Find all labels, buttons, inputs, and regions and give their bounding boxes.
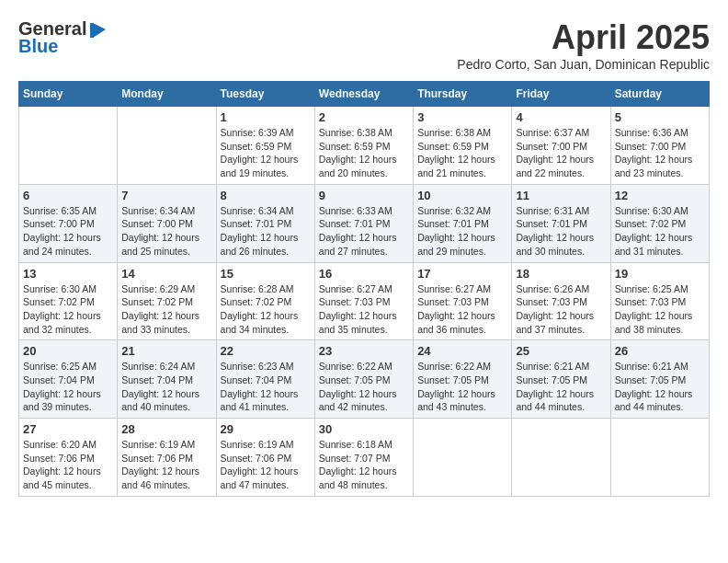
day-info: Sunrise: 6:24 AM Sunset: 7:04 PM Dayligh… xyxy=(121,360,211,414)
day-info: Sunrise: 6:22 AM Sunset: 7:05 PM Dayligh… xyxy=(319,360,409,414)
logo-blue-text: Blue xyxy=(18,36,58,57)
day-number: 30 xyxy=(319,422,409,436)
day-info: Sunrise: 6:37 AM Sunset: 7:00 PM Dayligh… xyxy=(516,126,606,180)
day-info: Sunrise: 6:19 AM Sunset: 7:06 PM Dayligh… xyxy=(121,438,211,492)
month-title: April 2025 xyxy=(457,18,710,57)
calendar-cell: 13Sunrise: 6:30 AM Sunset: 7:02 PM Dayli… xyxy=(19,262,118,340)
weekday-header: Sunday xyxy=(19,82,118,107)
weekday-header: Thursday xyxy=(414,82,512,107)
day-info: Sunrise: 6:34 AM Sunset: 7:01 PM Dayligh… xyxy=(221,204,311,259)
calendar-cell: 11Sunrise: 6:31 AM Sunset: 7:01 PM Dayli… xyxy=(512,184,610,262)
day-info: Sunrise: 6:35 AM Sunset: 7:00 PM Dayligh… xyxy=(23,204,113,259)
calendar-cell: 27Sunrise: 6:20 AM Sunset: 7:06 PM Dayli… xyxy=(19,419,118,497)
day-number: 2 xyxy=(319,110,409,124)
day-info: Sunrise: 6:33 AM Sunset: 7:01 PM Dayligh… xyxy=(319,204,409,259)
day-info: Sunrise: 6:20 AM Sunset: 7:06 PM Dayligh… xyxy=(23,438,113,492)
day-number: 27 xyxy=(23,422,113,436)
calendar-cell: 17Sunrise: 6:27 AM Sunset: 7:03 PM Dayli… xyxy=(414,262,512,340)
day-info: Sunrise: 6:26 AM Sunset: 7:03 PM Dayligh… xyxy=(516,282,606,337)
day-number: 10 xyxy=(417,189,507,202)
page-header: General Blue April 2025 Pedro Corto, San… xyxy=(18,18,710,72)
day-info: Sunrise: 6:27 AM Sunset: 7:03 PM Dayligh… xyxy=(417,282,507,337)
calendar-cell: 20Sunrise: 6:25 AM Sunset: 7:04 PM Dayli… xyxy=(19,340,118,419)
calendar-week-row: 27Sunrise: 6:20 AM Sunset: 7:06 PM Dayli… xyxy=(19,419,710,497)
calendar-cell: 18Sunrise: 6:26 AM Sunset: 7:03 PM Dayli… xyxy=(512,262,610,340)
calendar-cell xyxy=(118,107,216,185)
calendar-cell: 26Sunrise: 6:21 AM Sunset: 7:05 PM Dayli… xyxy=(610,340,709,419)
weekday-header-row: SundayMondayTuesdayWednesdayThursdayFrid… xyxy=(19,82,710,107)
calendar-table: SundayMondayTuesdayWednesdayThursdayFrid… xyxy=(18,81,710,497)
day-info: Sunrise: 6:22 AM Sunset: 7:05 PM Dayligh… xyxy=(417,360,507,414)
day-number: 26 xyxy=(615,344,705,358)
svg-marker-0 xyxy=(93,23,106,38)
location-subtitle: Pedro Corto, San Juan, Dominican Republi… xyxy=(457,57,710,72)
day-info: Sunrise: 6:25 AM Sunset: 7:03 PM Dayligh… xyxy=(615,282,705,337)
calendar-cell: 28Sunrise: 6:19 AM Sunset: 7:06 PM Dayli… xyxy=(118,419,216,497)
day-number: 5 xyxy=(615,110,705,124)
day-number: 21 xyxy=(121,344,211,358)
calendar-week-row: 20Sunrise: 6:25 AM Sunset: 7:04 PM Dayli… xyxy=(19,340,710,419)
weekday-header: Tuesday xyxy=(216,82,314,107)
calendar-cell: 9Sunrise: 6:33 AM Sunset: 7:01 PM Daylig… xyxy=(314,184,413,262)
calendar-cell: 7Sunrise: 6:34 AM Sunset: 7:00 PM Daylig… xyxy=(118,184,216,262)
day-info: Sunrise: 6:29 AM Sunset: 7:02 PM Dayligh… xyxy=(121,282,211,337)
day-number: 7 xyxy=(121,189,211,202)
calendar-week-row: 1Sunrise: 6:39 AM Sunset: 6:59 PM Daylig… xyxy=(19,107,710,185)
calendar-cell: 1Sunrise: 6:39 AM Sunset: 6:59 PM Daylig… xyxy=(216,107,314,185)
calendar-cell: 8Sunrise: 6:34 AM Sunset: 7:01 PM Daylig… xyxy=(216,184,314,262)
calendar-cell: 15Sunrise: 6:28 AM Sunset: 7:02 PM Dayli… xyxy=(216,262,314,340)
day-info: Sunrise: 6:18 AM Sunset: 7:07 PM Dayligh… xyxy=(319,438,409,492)
calendar-cell xyxy=(19,107,118,185)
calendar-cell: 5Sunrise: 6:36 AM Sunset: 7:00 PM Daylig… xyxy=(610,107,709,185)
day-number: 24 xyxy=(417,344,507,358)
calendar-cell: 23Sunrise: 6:22 AM Sunset: 7:05 PM Dayli… xyxy=(314,340,413,419)
day-number: 18 xyxy=(516,267,606,281)
svg-rect-1 xyxy=(90,23,94,38)
day-info: Sunrise: 6:34 AM Sunset: 7:00 PM Dayligh… xyxy=(121,204,211,259)
day-number: 17 xyxy=(417,267,507,281)
calendar-cell: 4Sunrise: 6:37 AM Sunset: 7:00 PM Daylig… xyxy=(512,107,610,185)
day-number: 22 xyxy=(221,344,311,358)
calendar-cell xyxy=(414,419,512,497)
calendar-cell: 30Sunrise: 6:18 AM Sunset: 7:07 PM Dayli… xyxy=(314,419,413,497)
calendar-cell: 24Sunrise: 6:22 AM Sunset: 7:05 PM Dayli… xyxy=(414,340,512,419)
calendar-cell: 6Sunrise: 6:35 AM Sunset: 7:00 PM Daylig… xyxy=(19,184,118,262)
calendar-cell: 10Sunrise: 6:32 AM Sunset: 7:01 PM Dayli… xyxy=(414,184,512,262)
day-number: 20 xyxy=(23,344,113,358)
calendar-week-row: 13Sunrise: 6:30 AM Sunset: 7:02 PM Dayli… xyxy=(19,262,710,340)
day-number: 8 xyxy=(221,189,311,202)
day-number: 25 xyxy=(516,344,606,358)
title-area: April 2025 Pedro Corto, San Juan, Domini… xyxy=(457,18,710,72)
calendar-cell: 3Sunrise: 6:38 AM Sunset: 6:59 PM Daylig… xyxy=(414,107,512,185)
day-number: 15 xyxy=(221,267,311,281)
day-number: 3 xyxy=(417,110,507,124)
day-number: 13 xyxy=(23,267,113,281)
day-info: Sunrise: 6:28 AM Sunset: 7:02 PM Dayligh… xyxy=(221,282,311,337)
weekday-header: Saturday xyxy=(610,82,709,107)
calendar-cell: 12Sunrise: 6:30 AM Sunset: 7:02 PM Dayli… xyxy=(610,184,709,262)
day-number: 29 xyxy=(221,422,311,436)
day-number: 16 xyxy=(319,267,409,281)
day-number: 19 xyxy=(615,267,705,281)
logo-icon xyxy=(87,19,108,40)
calendar-cell xyxy=(512,419,610,497)
calendar-cell: 29Sunrise: 6:19 AM Sunset: 7:06 PM Dayli… xyxy=(216,419,314,497)
weekday-header: Friday xyxy=(512,82,610,107)
day-info: Sunrise: 6:19 AM Sunset: 7:06 PM Dayligh… xyxy=(221,438,311,492)
weekday-header: Wednesday xyxy=(314,82,413,107)
calendar-cell: 21Sunrise: 6:24 AM Sunset: 7:04 PM Dayli… xyxy=(118,340,216,419)
day-number: 1 xyxy=(221,110,311,124)
calendar-cell: 19Sunrise: 6:25 AM Sunset: 7:03 PM Dayli… xyxy=(610,262,709,340)
day-number: 14 xyxy=(121,267,211,281)
day-info: Sunrise: 6:27 AM Sunset: 7:03 PM Dayligh… xyxy=(319,282,409,337)
day-number: 6 xyxy=(23,189,113,202)
day-info: Sunrise: 6:31 AM Sunset: 7:01 PM Dayligh… xyxy=(516,204,606,259)
day-info: Sunrise: 6:30 AM Sunset: 7:02 PM Dayligh… xyxy=(23,282,113,337)
calendar-cell: 25Sunrise: 6:21 AM Sunset: 7:05 PM Dayli… xyxy=(512,340,610,419)
day-number: 12 xyxy=(615,189,705,202)
calendar-cell xyxy=(610,419,709,497)
day-info: Sunrise: 6:38 AM Sunset: 6:59 PM Dayligh… xyxy=(319,126,409,180)
day-info: Sunrise: 6:21 AM Sunset: 7:05 PM Dayligh… xyxy=(615,360,705,414)
day-number: 9 xyxy=(319,189,409,202)
day-info: Sunrise: 6:25 AM Sunset: 7:04 PM Dayligh… xyxy=(23,360,113,414)
